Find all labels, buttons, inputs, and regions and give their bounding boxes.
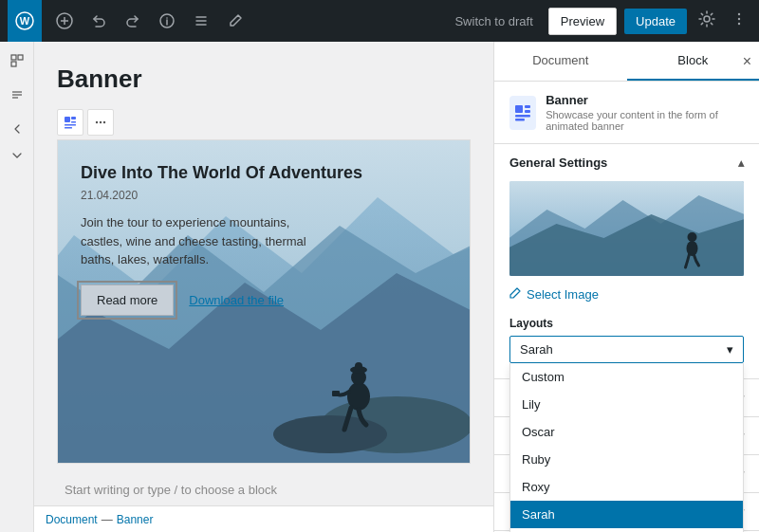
general-settings-label: General Settings bbox=[509, 156, 607, 170]
general-settings-header[interactable]: General Settings ▴ bbox=[494, 144, 759, 181]
banner-date: 21.04.2020 bbox=[81, 189, 447, 202]
banner-buttons: Read more Download the file bbox=[81, 284, 447, 316]
svg-rect-25 bbox=[65, 127, 72, 129]
block-type-icon bbox=[509, 96, 536, 130]
layout-option-oscar[interactable]: Oscar bbox=[510, 418, 743, 446]
settings-gear-button[interactable] bbox=[694, 7, 719, 35]
status-separator: — bbox=[102, 513, 113, 526]
block-info-text: Banner Showcase your content in the form… bbox=[546, 93, 744, 132]
svg-point-26 bbox=[96, 121, 98, 123]
svg-point-13 bbox=[738, 18, 740, 20]
main-layout: Banner bbox=[0, 42, 759, 532]
svg-point-27 bbox=[100, 121, 102, 123]
block-info-title: Banner bbox=[546, 93, 744, 107]
svg-rect-42 bbox=[525, 110, 530, 113]
block-info: Banner Showcase your content in the form… bbox=[494, 82, 759, 144]
layouts-chevron-icon: ▾ bbox=[727, 342, 733, 357]
block-more-options-button[interactable] bbox=[87, 109, 114, 136]
banner-content: Dive Into The World Of Adventures 21.04.… bbox=[58, 140, 470, 354]
svg-rect-39 bbox=[332, 391, 340, 396]
svg-point-34 bbox=[273, 415, 387, 453]
add-block-button[interactable] bbox=[49, 6, 80, 36]
left-sidebar bbox=[0, 42, 34, 532]
svg-point-28 bbox=[103, 121, 105, 123]
editor-placeholder[interactable]: Start writing or type / to choose a bloc… bbox=[57, 475, 471, 504]
preview-button[interactable]: Preview bbox=[548, 8, 617, 35]
general-settings-chevron: ▴ bbox=[738, 156, 744, 170]
select-image-button[interactable]: Select Image bbox=[509, 284, 599, 305]
layouts-dropdown-menu: Custom Lily Oscar Ruby Roxy Sarah Chico bbox=[509, 363, 744, 532]
left-sidebar-icon-2[interactable] bbox=[6, 83, 28, 106]
svg-rect-24 bbox=[65, 124, 76, 126]
layouts-dropdown: Sarah ▾ Custom Lily Oscar Ruby Roxy Sara… bbox=[509, 336, 744, 363]
left-sidebar-icon-1[interactable] bbox=[6, 49, 28, 72]
page-title: Banner bbox=[57, 64, 471, 94]
left-sidebar-chevron-left[interactable] bbox=[6, 118, 28, 140]
switch-draft-button[interactable]: Switch to draft bbox=[447, 10, 540, 32]
svg-rect-15 bbox=[11, 55, 16, 60]
redo-button[interactable] bbox=[118, 6, 148, 36]
svg-rect-40 bbox=[515, 105, 523, 113]
svg-rect-44 bbox=[515, 119, 525, 121]
block-toolbar bbox=[57, 109, 471, 136]
svg-point-12 bbox=[738, 13, 740, 15]
select-image-label: Select Image bbox=[527, 287, 599, 302]
svg-rect-16 bbox=[18, 55, 23, 60]
layouts-select-button[interactable]: Sarah ▾ bbox=[509, 336, 744, 363]
top-toolbar: W Switch to draft Preview Update bbox=[0, 0, 759, 42]
general-settings-section: General Settings ▴ bbox=[494, 144, 759, 379]
svg-rect-23 bbox=[71, 121, 76, 123]
undo-button[interactable] bbox=[83, 6, 114, 36]
tab-block[interactable]: Block bbox=[627, 42, 760, 81]
edit-button[interactable] bbox=[220, 6, 250, 36]
tab-document[interactable]: Document bbox=[494, 42, 627, 81]
layout-option-ruby[interactable]: Ruby bbox=[510, 446, 743, 473]
pencil-icon bbox=[509, 287, 521, 302]
svg-point-11 bbox=[704, 16, 710, 22]
info-button[interactable] bbox=[152, 6, 182, 36]
sidebar-tabs: Document Block × bbox=[494, 42, 759, 82]
banner-heading: Dive Into The World Of Adventures bbox=[81, 163, 447, 183]
banner-text: Join the tour to experience mountains, c… bbox=[81, 213, 327, 269]
layout-option-chico[interactable]: Chico bbox=[510, 528, 743, 532]
editor-area: Banner bbox=[34, 42, 493, 532]
layouts-selected-value: Sarah bbox=[520, 342, 553, 357]
wp-logo: W bbox=[8, 0, 42, 42]
update-button[interactable]: Update bbox=[624, 9, 687, 34]
svg-rect-17 bbox=[11, 62, 16, 66]
status-bar: Document — Banner bbox=[34, 505, 493, 532]
svg-point-48 bbox=[688, 232, 697, 242]
layout-option-sarah[interactable]: Sarah bbox=[510, 501, 743, 528]
left-sidebar-chevron-down[interactable] bbox=[6, 144, 28, 167]
more-options-button[interactable] bbox=[727, 7, 751, 35]
general-settings-content: Select Image Layouts Sarah ▾ Custom Lily… bbox=[494, 181, 759, 378]
svg-rect-43 bbox=[515, 115, 530, 118]
sidebar-close-button[interactable]: × bbox=[743, 53, 751, 70]
list-view-button[interactable] bbox=[186, 6, 216, 36]
svg-point-14 bbox=[738, 23, 740, 25]
banner-block: Dive Into The World Of Adventures 21.04.… bbox=[57, 139, 471, 464]
svg-rect-22 bbox=[71, 117, 76, 119]
block-type-button[interactable] bbox=[57, 109, 83, 136]
block-info-description: Showcase your content in the form of ani… bbox=[546, 109, 744, 132]
svg-point-7 bbox=[166, 17, 168, 19]
status-block[interactable]: Banner bbox=[117, 513, 154, 526]
svg-rect-21 bbox=[65, 117, 70, 122]
svg-point-38 bbox=[355, 362, 362, 370]
layout-option-custom[interactable]: Custom bbox=[510, 363, 743, 391]
svg-rect-41 bbox=[525, 105, 530, 108]
layouts-label: Layouts bbox=[509, 317, 744, 330]
download-button[interactable]: Download the file bbox=[189, 285, 284, 315]
right-sidebar: Document Block × Banner Showcase your co… bbox=[493, 42, 759, 532]
read-more-button[interactable]: Read more bbox=[81, 284, 174, 316]
layout-option-roxy[interactable]: Roxy bbox=[510, 473, 743, 501]
svg-text:W: W bbox=[20, 15, 30, 27]
image-preview bbox=[509, 181, 744, 276]
status-document[interactable]: Document bbox=[46, 513, 98, 526]
layout-option-lily[interactable]: Lily bbox=[510, 391, 743, 418]
